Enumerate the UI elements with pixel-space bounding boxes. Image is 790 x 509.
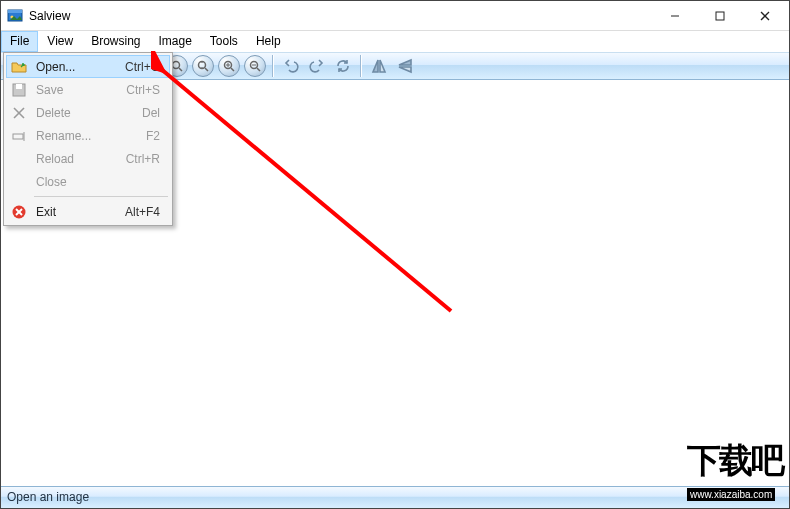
menu-help[interactable]: Help — [247, 31, 290, 52]
file-menu-save[interactable]: Save Ctrl+S — [6, 78, 170, 101]
file-menu-rename[interactable]: Rename... F2 — [6, 124, 170, 147]
status-text: Open an image — [7, 490, 89, 504]
exit-icon — [8, 201, 30, 223]
svg-line-14 — [205, 68, 208, 71]
menu-item-shortcut: Ctrl+R — [126, 152, 160, 166]
toolbar-zoom-in-button[interactable] — [217, 54, 241, 78]
title-bar: Salview — [1, 1, 789, 31]
toolbar-separator — [272, 55, 274, 77]
file-menu-open[interactable]: Open... Ctrl+O — [6, 55, 170, 78]
toolbar-redo-button[interactable] — [305, 54, 329, 78]
svg-rect-23 — [16, 84, 22, 89]
menu-item-shortcut: Ctrl+S — [126, 83, 160, 97]
menu-item-shortcut: Del — [142, 106, 160, 120]
menu-item-shortcut: Ctrl+O — [125, 60, 160, 74]
menu-image[interactable]: Image — [150, 31, 201, 52]
rename-icon — [8, 125, 30, 147]
toolbar-separator — [360, 55, 362, 77]
folder-open-icon — [8, 56, 30, 78]
menu-browsing[interactable]: Browsing — [82, 31, 149, 52]
file-menu-dropdown: Open... Ctrl+O Save Ctrl+S Delete Del Re… — [3, 52, 173, 226]
maximize-button[interactable] — [697, 1, 742, 30]
toolbar-zoom-actual-button[interactable] — [191, 54, 215, 78]
menu-item-label: Rename... — [30, 129, 146, 143]
app-window: Salview File View Browsing Image Tools H… — [0, 0, 790, 509]
zoom-in-icon — [218, 55, 240, 77]
svg-line-16 — [231, 68, 234, 71]
zoom-out-icon — [244, 55, 266, 77]
toolbar-flip-v-button[interactable] — [393, 54, 417, 78]
menu-item-label: Close — [30, 175, 160, 189]
close-button[interactable] — [742, 1, 787, 30]
window-controls — [652, 1, 787, 30]
menu-view[interactable]: View — [38, 31, 82, 52]
window-title: Salview — [29, 9, 652, 23]
menu-item-shortcut: F2 — [146, 129, 160, 143]
menu-item-label: Reload — [30, 152, 126, 166]
toolbar-flip-h-button[interactable] — [367, 54, 391, 78]
menu-tools[interactable]: Tools — [201, 31, 247, 52]
delete-icon — [8, 102, 30, 124]
menu-item-label: Open... — [30, 60, 125, 74]
menu-file[interactable]: File — [1, 31, 38, 52]
file-menu-exit[interactable]: Exit Alt+F4 — [6, 200, 170, 223]
svg-rect-26 — [13, 134, 23, 139]
file-menu-delete[interactable]: Delete Del — [6, 101, 170, 124]
svg-rect-1 — [8, 10, 22, 13]
svg-point-13 — [199, 62, 206, 69]
blank-icon — [8, 171, 30, 193]
file-menu-close[interactable]: Close — [6, 170, 170, 193]
menu-separator — [34, 196, 168, 197]
svg-rect-4 — [716, 12, 724, 20]
svg-line-12 — [179, 68, 182, 71]
toolbar-zoom-out-button[interactable] — [243, 54, 267, 78]
minimize-button[interactable] — [652, 1, 697, 30]
file-menu-reload[interactable]: Reload Ctrl+R — [6, 147, 170, 170]
menu-item-label: Delete — [30, 106, 142, 120]
blank-icon — [8, 148, 30, 170]
app-icon — [7, 8, 23, 24]
toolbar-undo-button[interactable] — [279, 54, 303, 78]
svg-line-20 — [257, 68, 260, 71]
menu-item-label: Exit — [30, 205, 125, 219]
zoom-actual-icon — [192, 55, 214, 77]
status-bar: Open an image — [1, 486, 789, 508]
watermark: 下载吧 www.xiazaiba.com — [687, 438, 783, 502]
svg-point-11 — [173, 62, 180, 69]
toolbar-refresh-button[interactable] — [331, 54, 355, 78]
watermark-logo-text: 下载吧 — [687, 438, 783, 484]
menu-item-label: Save — [30, 83, 126, 97]
save-icon — [8, 79, 30, 101]
menu-bar: File View Browsing Image Tools Help — [1, 31, 789, 52]
menu-item-shortcut: Alt+F4 — [125, 205, 160, 219]
watermark-url: www.xiazaiba.com — [687, 488, 775, 501]
